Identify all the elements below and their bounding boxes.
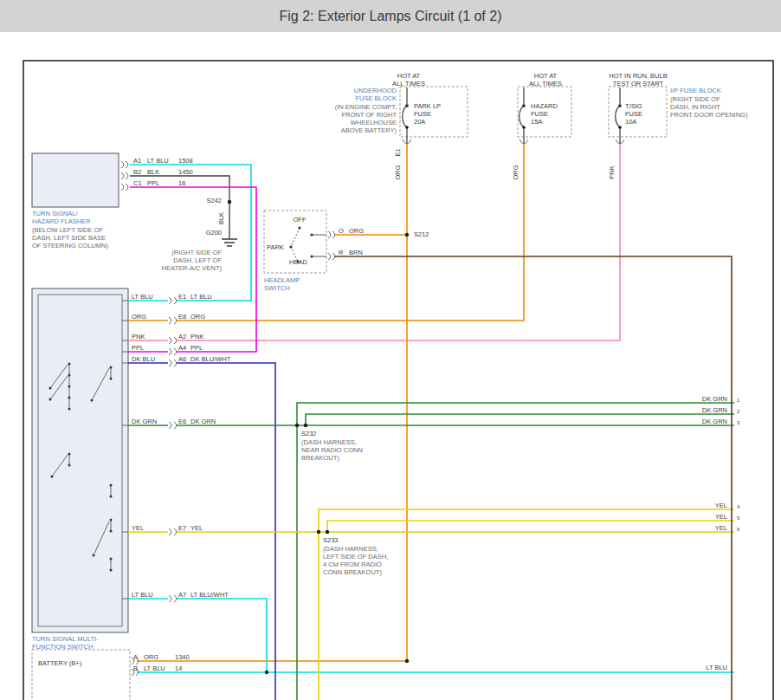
- ip-fuse-block-name: I/P FUSE BLOCK: [670, 87, 721, 94]
- tsig-fuse-label: T/SIG FUSE 10A: [625, 102, 642, 126]
- ltblu-junction-dot: [265, 671, 268, 674]
- headlamp-switch-name: HEADLAMP SWITCH: [264, 276, 300, 292]
- flasher-name: TURN SIGNAL/ HAZARD FLASHER: [32, 210, 91, 225]
- hot-at-all-times-label-2: HOT AT ALL TIMES: [529, 72, 562, 88]
- splice-s233-dot-2: [326, 530, 329, 534]
- wire-end-number-4: 4: [737, 504, 739, 510]
- wire-org-vertical-label-1: ORG: [394, 165, 402, 179]
- wire-end-number-1: 1: [737, 398, 739, 404]
- row-color-label: YEL: [132, 524, 144, 532]
- pin-id: E1: [178, 293, 190, 301]
- battery-org-junction-dot: [405, 659, 409, 663]
- row-color-label: ORG: [132, 313, 146, 321]
- hot-in-run-label: HOT IN RUN, BULB TEST OR START: [609, 72, 667, 88]
- wire-end-number-6: 6: [737, 527, 739, 533]
- multifunction-switch-name: TURN SIGNAL MULTI- FUNCTION SWITCH: [32, 635, 99, 651]
- row-pin-e6: E6 DK GRN: [178, 418, 216, 425]
- splice-s242-label: S242: [206, 197, 222, 204]
- pin-id: A1: [133, 157, 147, 165]
- pin-id: E8: [178, 313, 190, 321]
- right-dkgrn-label-2: DK GRN: [702, 406, 727, 414]
- circuit-number: 14: [175, 664, 182, 672]
- wire-end-number-5: 5: [737, 515, 739, 522]
- ground-g200-label: G200: [206, 229, 222, 237]
- wiring-diagram: HOT AT ALL TIMES HOT AT ALL TIMES HOT IN…: [0, 0, 781, 700]
- pin-id: B2: [133, 168, 147, 176]
- wire-color: LT BLU: [144, 664, 175, 672]
- fuse-terminal-dot: [405, 104, 409, 107]
- wire-color: YEL: [190, 524, 203, 532]
- row-pin-a6: A6 DK BLU/WHT: [178, 355, 230, 363]
- pin-id: A7: [178, 591, 190, 599]
- row-pin-a7: A7 LT BLU/WHT: [178, 591, 229, 599]
- wire-color: ORG: [190, 313, 205, 321]
- splice-s232-location: (DASH HARNESS, NEAR RADIO CONN BREAKOUT): [301, 438, 363, 462]
- row-color-label: DK BLU: [132, 355, 155, 363]
- row-pin-e7: E7 YEL: [178, 524, 203, 532]
- row-color-label: DK GRN: [132, 418, 157, 425]
- ground-g200-location: (RIGHT SIDE OF DASH, LEFT OF HEATER-A/C …: [162, 249, 222, 272]
- pin-e1-vertical-label: E1: [394, 148, 402, 156]
- wire-blk-vertical-label: BLK: [217, 212, 225, 224]
- headlamp-off-position: OFF: [294, 216, 307, 224]
- splice-s242-dot: [228, 200, 231, 204]
- splice-s232-label: S232: [301, 430, 317, 438]
- hazard-fuse-label: HAZARD FUSE 15A: [531, 102, 558, 126]
- circuit-number: 1508: [178, 157, 193, 165]
- headlamp-pin-o: O ORG: [339, 227, 364, 235]
- right-dkgrn-label-1: DK GRN: [702, 395, 727, 403]
- fuse-terminal-dot: [405, 126, 409, 129]
- wire-color: PPL: [190, 344, 203, 352]
- row-color-label: PPL: [132, 344, 144, 352]
- wire-color: BLK: [147, 168, 178, 176]
- wire-color: PNK: [190, 333, 203, 340]
- pin-id: E7: [178, 524, 190, 532]
- wire-color: DK GRN: [190, 418, 216, 425]
- battery-pin-b: B LT BLU 14: [133, 664, 182, 672]
- right-yel-label-3: YEL: [715, 524, 727, 532]
- pin-id: A: [133, 653, 144, 661]
- right-yel-label-1: YEL: [715, 502, 727, 509]
- headlamp-pin-r: R BRN: [339, 249, 363, 256]
- multifunction-switch-box: [32, 288, 128, 632]
- figure-title: Fig 2: Exterior Lamps Circuit (1 of 2): [0, 0, 781, 32]
- right-yel-label-2: YEL: [715, 513, 727, 521]
- row-color-label: LT BLU: [132, 293, 153, 301]
- pin-id: O: [339, 227, 349, 235]
- underhood-fuse-block-location: (IN ENGINE COMPT, FRONT OF RIGHT WHEELHO…: [335, 103, 397, 135]
- wire-color: LT BLU: [147, 157, 178, 165]
- circuit-number: 1450: [178, 168, 193, 176]
- fuse-terminal-dot: [522, 104, 526, 107]
- wire-color: BRN: [349, 249, 363, 256]
- flasher-box: [32, 153, 119, 207]
- battery-name: BATTERY (B+): [38, 659, 81, 667]
- splice-s212-dot: [405, 233, 409, 237]
- flasher-pin-a1: A1 LT BLU 1508: [133, 157, 193, 165]
- wire-end-number-3: 3: [737, 420, 739, 426]
- wire-color: ORG: [349, 227, 364, 235]
- pin-id: A6: [178, 355, 190, 363]
- splice-s232-dot-2: [304, 424, 307, 427]
- flasher-pin-c1: C1 PPL 16: [133, 179, 185, 187]
- headlamp-park-position: PARK: [267, 243, 284, 251]
- row-pin-e1: E1 LT BLU: [178, 293, 212, 301]
- fuse-terminal-dot: [618, 126, 622, 129]
- row-pin-e8: E8 ORG: [178, 313, 205, 321]
- pin-id: A4: [178, 344, 190, 352]
- wire-color: ORG: [144, 653, 175, 661]
- wire-pnk-vertical-label: PNK: [608, 165, 616, 178]
- splice-s233-dot: [317, 530, 320, 534]
- row-pin-a2: A2 PNK: [178, 333, 203, 340]
- flasher-location: (BELOW LEFT SIDE OF DASH, LEFT SIDE BASE…: [32, 226, 108, 250]
- wire-color: LT BLU: [190, 293, 212, 301]
- splice-s212-label: S212: [414, 230, 429, 238]
- splice-s233-location: (DASH HARNESS, LEFT SIDE OF DASH, 4 CM F…: [323, 545, 388, 577]
- wire-color: PPL: [147, 179, 178, 187]
- splice-s232-dot: [295, 424, 299, 427]
- flasher-pin-b2: B2 BLK 1450: [133, 168, 193, 176]
- wire-color: DK BLU/WHT: [190, 355, 230, 363]
- right-dkgrn-label-3: DK GRN: [702, 418, 727, 425]
- pin-id: C1: [133, 179, 147, 187]
- hot-at-all-times-label-1: HOT AT ALL TIMES: [392, 72, 425, 88]
- wire-end-number-2: 2: [737, 409, 739, 415]
